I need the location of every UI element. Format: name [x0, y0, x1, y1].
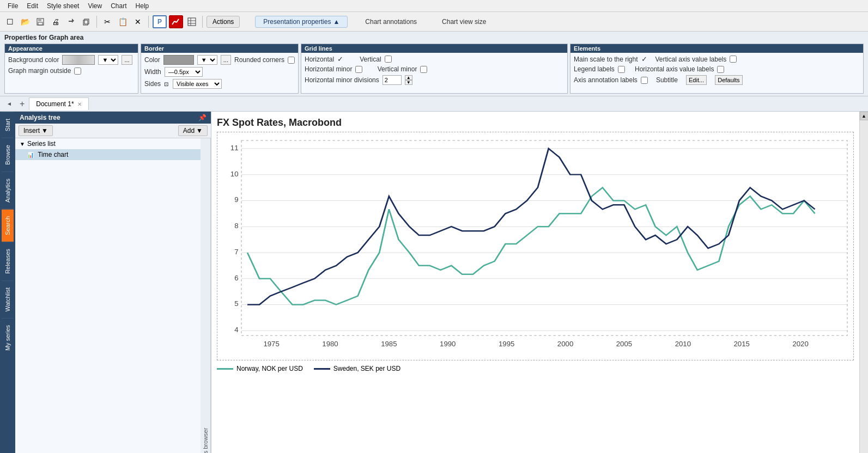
sidebar-tabs: Start Browse Analytics Search Releases W…	[0, 112, 15, 453]
spin-up[interactable]: ▲	[405, 75, 412, 80]
tab-close-icon[interactable]: ✕	[77, 101, 82, 107]
sidebar-tab-search[interactable]: Search	[2, 209, 14, 242]
menu-view[interactable]: View	[83, 1, 106, 11]
h-minor-div-input[interactable]	[383, 75, 402, 85]
sep2	[148, 16, 149, 28]
tab-document1[interactable]: Document 1* ✕	[29, 97, 88, 110]
tree-content: ▼ Series list 📊 Time chart	[15, 138, 201, 453]
rounded-corners-checkbox[interactable]	[288, 57, 295, 64]
rounded-corners-label: Rounded corners	[234, 56, 284, 64]
sidebar-tab-analytics[interactable]: Analytics	[2, 172, 14, 209]
defaults-btn[interactable]: Defaults	[715, 75, 742, 85]
series-list-group: ▼ Series list	[15, 138, 201, 149]
appearance-header: Appearance	[5, 44, 138, 53]
copy-icon[interactable]	[80, 15, 93, 28]
svg-text:1975: 1975	[263, 341, 279, 348]
menu-help[interactable]: Help	[131, 1, 154, 11]
pin-icon[interactable]: 📌	[198, 114, 207, 121]
open-icon[interactable]: 📂	[19, 15, 32, 28]
axis-annotation-label: Axis annotation labels	[574, 76, 638, 84]
group-collapse-icon[interactable]: ▼	[20, 141, 25, 147]
presentation-properties-tab[interactable]: Presentation properties ▲	[255, 16, 348, 28]
chart-title: FX Spot Rates, Macrobond	[217, 117, 854, 128]
analysis-toolbar: Insert ▼ Add ▼	[15, 124, 211, 138]
main-area: Start Browse Analytics Search Releases W…	[0, 112, 868, 453]
h-minor-div-spin[interactable]: ▲ ▼	[405, 75, 412, 85]
legend-labels-checkbox[interactable]	[618, 66, 625, 73]
sidebar-tab-start[interactable]: Start	[2, 112, 14, 138]
menu-bar: File Edit Style sheet View Chart Help	[0, 0, 868, 12]
svg-rect-8	[188, 18, 196, 26]
chart-view-size-tab[interactable]: Chart view size	[434, 16, 494, 27]
border-color-swatch[interactable]	[163, 55, 194, 65]
sidebar-tab-browse[interactable]: Browse	[2, 138, 14, 172]
chart-legend: Norway, NOK per USD Sweden, SEK per USD	[217, 365, 854, 372]
chart-annotations-tab[interactable]: Chart annotations	[357, 16, 424, 27]
series-browser-label: Series browser	[201, 138, 211, 453]
new-icon[interactable]: ☐	[3, 15, 16, 28]
add-btn[interactable]: Add ▼	[178, 125, 208, 136]
axis-annotation-checkbox[interactable]	[641, 77, 648, 84]
properties-bar: Properties for Graph area Appearance Bac…	[0, 32, 868, 96]
insert-btn[interactable]: Insert ▼	[19, 125, 53, 136]
sidebar-tab-releases[interactable]: Releases	[2, 242, 14, 280]
svg-text:8: 8	[234, 223, 238, 230]
vertical-label: Vertical	[360, 56, 381, 63]
horizontal-axis-checkbox[interactable]	[717, 66, 724, 73]
bg-color-select[interactable]: ▼	[98, 55, 118, 65]
toolbar: ☐ 📂 🖨 ✂ 📋 ✕ P Actions Presentation prope…	[0, 12, 868, 32]
sidebar-tab-myseries[interactable]: My series	[2, 318, 14, 357]
edit-btn[interactable]: Edit...	[686, 75, 707, 85]
border-sides-select[interactable]: Visible axes	[173, 79, 222, 89]
graph-margin-checkbox[interactable]	[74, 68, 81, 75]
save-icon[interactable]	[34, 15, 47, 28]
properties-title: Properties for Graph area	[4, 33, 864, 44]
vertical-checkbox[interactable]	[385, 56, 392, 63]
legend-sweden: Sweden, SEK per USD	[314, 365, 400, 372]
chart-type-btn[interactable]	[169, 15, 183, 28]
menu-chart[interactable]: Chart	[106, 1, 131, 11]
bg-color-more-btn[interactable]: ...	[122, 55, 132, 65]
delete-icon[interactable]: ✕	[131, 15, 144, 28]
tab-add[interactable]: +	[15, 98, 29, 110]
insert-chevron: ▼	[41, 127, 48, 134]
svg-text:1980: 1980	[322, 341, 338, 348]
border-color-select[interactable]: ▼	[197, 55, 217, 65]
bg-color-box[interactable]	[62, 55, 95, 65]
actions-button[interactable]: Actions	[207, 16, 240, 28]
paste-icon[interactable]: 📋	[116, 15, 129, 28]
sidebar-tab-watchlist[interactable]: Watchlist	[2, 280, 14, 318]
menu-stylesheet[interactable]: Style sheet	[43, 1, 83, 11]
horizontal-axis-val-label: Horizontal axis value labels	[635, 65, 714, 73]
svg-rect-1	[38, 19, 41, 21]
spin-down[interactable]: ▼	[405, 80, 412, 85]
menu-file[interactable]: File	[3, 1, 22, 11]
print-icon[interactable]: 🖨	[49, 15, 62, 28]
horizontal-minor-checkbox[interactable]	[355, 66, 362, 73]
vertical-minor-checkbox[interactable]	[420, 66, 427, 73]
tab-prev[interactable]: ◄	[3, 100, 15, 108]
analysis-panel: Analysis tree 📌 Insert ▼ Add ▼ ▼ Series …	[15, 112, 211, 453]
main-scale-label: Main scale to the right	[574, 56, 638, 63]
cut-icon[interactable]: ✂	[101, 15, 114, 28]
svg-line-6	[174, 21, 177, 22]
norway-legend-label: Norway, NOK per USD	[236, 365, 303, 372]
svg-text:11: 11	[230, 144, 239, 151]
time-chart-item[interactable]: 📊 Time chart	[15, 149, 201, 160]
scroll-up-btn[interactable]: ▲	[860, 112, 869, 120]
menu-edit[interactable]: Edit	[22, 1, 43, 11]
border-width-select[interactable]: —0.5px	[165, 67, 203, 77]
svg-text:10: 10	[230, 170, 239, 177]
border-width-label: Width	[144, 68, 161, 76]
table-icon[interactable]	[185, 15, 198, 28]
border-color-label: Color	[144, 56, 160, 64]
border-color-more-btn[interactable]: ...	[221, 55, 231, 65]
svg-text:9: 9	[234, 197, 238, 204]
appearance-panel: Appearance Background color ▼ ... Graph …	[4, 44, 138, 94]
vertical-axis-checkbox[interactable]	[730, 56, 737, 63]
share-icon[interactable]	[64, 15, 77, 28]
svg-text:2005: 2005	[616, 341, 632, 348]
presentation-btn[interactable]: P	[153, 15, 167, 28]
svg-line-7	[177, 19, 179, 22]
vertical-axis-val-label: Vertical axis value labels	[655, 56, 727, 63]
